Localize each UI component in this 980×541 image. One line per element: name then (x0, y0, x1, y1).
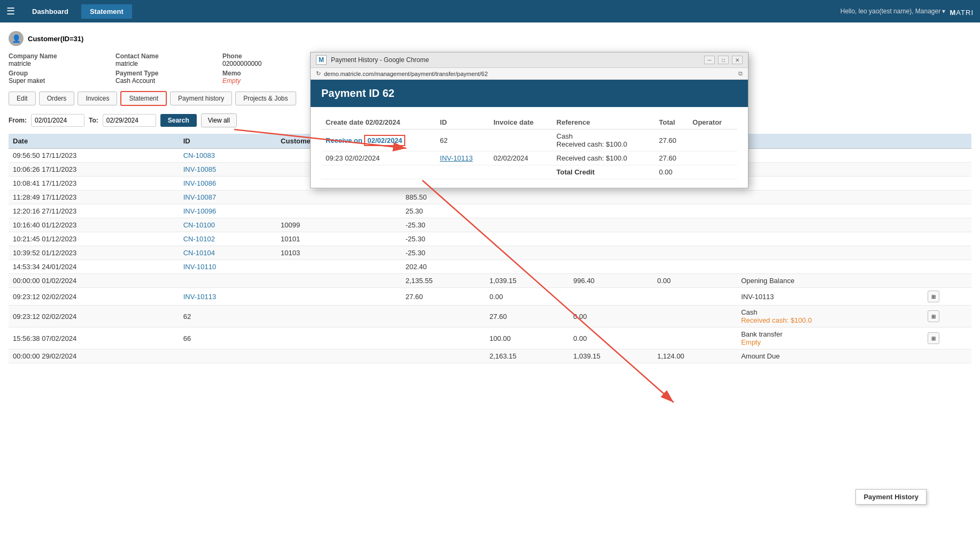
row-icon-button[interactable]: ⊞ (928, 310, 939, 322)
cell-amount (402, 306, 485, 327)
statement-button[interactable]: Statement (120, 91, 167, 106)
receive-on-cell: Receive on 02/02/2024 (321, 129, 436, 151)
id-link[interactable]: INV-10096 (183, 207, 216, 215)
nav-dashboard[interactable]: Dashboard (24, 4, 77, 19)
popup-row1-total: 27.60 (655, 129, 689, 151)
cell-col8 (737, 191, 923, 204)
minimize-button[interactable]: ─ (704, 56, 715, 64)
cell-date: 12:20:16 27/11/2023 (9, 204, 179, 218)
row-icon-button[interactable]: ⊞ (928, 291, 939, 302)
search-button[interactable]: Search (160, 114, 197, 127)
projects-jobs-button[interactable]: Projects & Jobs (235, 92, 296, 105)
cell-date: 00:00:00 01/02/2024 (9, 274, 179, 288)
id-link[interactable]: CN-10104 (183, 249, 215, 257)
cell-id: 62 (179, 306, 276, 327)
cell-col5: 27.60 (485, 306, 569, 327)
hamburger-icon[interactable]: ☰ (6, 5, 15, 17)
id-link[interactable]: INV-10110 (183, 263, 216, 271)
row-icon-button[interactable]: ⊞ (928, 332, 939, 344)
cell-col6 (569, 260, 653, 274)
cell-col8 (737, 218, 923, 232)
id-link[interactable]: CN-10083 (183, 151, 215, 159)
popup-row1-reference: Cash Received cash: $100.0 (552, 129, 655, 151)
cell-customer-po (276, 260, 401, 274)
cell-date: 10:06:26 17/11/2023 (9, 163, 179, 177)
url-text[interactable]: demo.matricle.com/management/payment/tra… (324, 71, 735, 77)
cell-icon: ⊞ (923, 288, 971, 306)
popup-col-id: ID (436, 116, 489, 129)
cell-date: 10:08:41 17/11/2023 (9, 177, 179, 191)
cell-date: 14:53:34 24/01/2024 (9, 260, 179, 274)
cell-customer-po: 10101 (276, 232, 401, 246)
popup-title: Payment History - Google Chrome (331, 56, 700, 64)
cell-col7 (653, 288, 737, 306)
cell-icon (923, 218, 971, 232)
table-row: 15:56:38 07/02/202466100.000.00Bank tran… (9, 327, 971, 349)
cell-col5 (485, 218, 569, 232)
cell-col8 (737, 177, 923, 191)
group-value: Super maket (9, 77, 115, 85)
id-link[interactable]: CN-10100 (183, 221, 215, 229)
popup-row2-invoice-date: 02/02/2024 (489, 151, 552, 165)
cell-date: 11:28:49 17/11/2023 (9, 191, 179, 204)
edit-button[interactable]: Edit (9, 92, 36, 105)
view-all-button[interactable]: View all (201, 113, 237, 127)
popup-row1-id: 62 (436, 129, 489, 151)
cell-customer-po (276, 191, 401, 204)
invoices-button[interactable]: Invoices (78, 92, 117, 105)
id-link[interactable]: INV-10085 (183, 165, 216, 173)
id-link[interactable]: INV-10087 (183, 193, 216, 201)
cell-col8: Bank transferEmpty (737, 327, 923, 349)
cell-amount: 885.50 (402, 191, 485, 204)
popup-data-table: Create date 02/02/2024 ID Invoice date R… (321, 116, 737, 179)
cell-icon (923, 163, 971, 177)
from-date-input[interactable] (31, 114, 84, 127)
cell-col8 (737, 246, 923, 260)
table-row: 09:23:12 02/02/20246227.600.00CashReceiv… (9, 306, 971, 327)
popup-table-section: Create date 02/02/2024 ID Invoice date R… (311, 107, 748, 188)
cell-col6 (569, 232, 653, 246)
page-content: 👤 Customer(ID=31) Company Name matricle … (0, 22, 980, 541)
popup-total-row: Total Credit 0.00 (321, 165, 737, 179)
create-date-value: 02/02/2024 (365, 118, 400, 126)
nav-statement[interactable]: Statement (81, 4, 132, 19)
popup-col-reference: Reference (552, 116, 655, 129)
col-icon (923, 134, 971, 149)
logo-text: M (950, 9, 956, 17)
cell-col5 (485, 260, 569, 274)
to-date-input[interactable] (103, 114, 156, 127)
cell-id: CN-10100 (179, 218, 276, 232)
cell-col8 (737, 163, 923, 177)
cell-col6 (569, 204, 653, 218)
popup-body: Payment ID 62 Create date 02/02/2024 ID … (311, 80, 748, 188)
cell-col5 (485, 204, 569, 218)
cell-col8 (737, 204, 923, 218)
table-row: 11:28:49 17/11/2023INV-10087885.50 (9, 191, 971, 204)
orders-button[interactable]: Orders (39, 92, 75, 105)
cell-col6 (569, 246, 653, 260)
to-label: To: (89, 117, 98, 124)
payment-history-tooltip[interactable]: Payment History (855, 489, 927, 505)
payment-type-value: Cash Account (115, 77, 222, 85)
popup-row2-time: 09:23 02/02/2024 (321, 151, 436, 165)
maximize-button[interactable]: □ (718, 56, 729, 64)
cell-id: 66 (179, 327, 276, 349)
cell-customer-po: 10099 (276, 218, 401, 232)
id-link[interactable]: CN-10102 (183, 235, 215, 243)
close-button[interactable]: ✕ (732, 56, 743, 64)
cell-col7: 0.00 (653, 274, 737, 288)
cell-col6: 996.40 (569, 274, 653, 288)
customer-avatar: 👤 (9, 31, 24, 46)
id-link[interactable]: INV-10086 (183, 179, 216, 187)
cell-date: 10:16:40 01/12/2023 (9, 218, 179, 232)
cell-id (179, 274, 276, 288)
cell-id: INV-10110 (179, 260, 276, 274)
cell-id: CN-10102 (179, 232, 276, 246)
refresh-icon[interactable]: ↻ (316, 70, 321, 77)
cell-amount: 25.30 (402, 204, 485, 218)
table-row: 12:20:16 27/11/2023INV-1009625.30 (9, 204, 971, 218)
id-link[interactable]: INV-10113 (183, 293, 216, 301)
payment-history-button[interactable]: Payment history (170, 92, 232, 105)
cell-col6 (569, 191, 653, 204)
copy-icon[interactable]: ⧉ (738, 70, 743, 77)
